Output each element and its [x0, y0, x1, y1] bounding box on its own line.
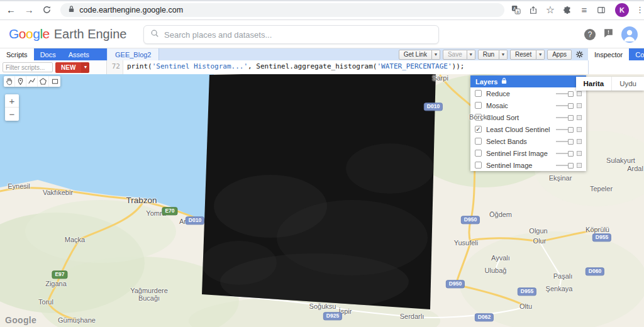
map-canvas[interactable]: + − Layers ReduceMosaicCloud Sort✓Least … [0, 74, 644, 327]
polygon-tool-icon[interactable] [38, 76, 49, 87]
search-icon [150, 29, 159, 40]
map-type-harita-button[interactable]: Harita [576, 77, 612, 91]
bookmark-star-icon[interactable]: ☆ [545, 4, 556, 16]
layer-label: Sentinel Image [486, 162, 532, 169]
search-input[interactable] [164, 30, 432, 40]
scripts-pane: NEW ▼ [0, 60, 107, 74]
tab-assets[interactable]: Assets [62, 48, 96, 60]
save-button[interactable]: Save [443, 50, 467, 60]
layer-checkbox[interactable] [475, 102, 482, 109]
inspector-panel-body [588, 60, 644, 74]
pan-hand-icon[interactable] [4, 76, 15, 87]
layer-settings-box[interactable] [577, 91, 582, 96]
address-bar[interactable]: code.earthengine.google.com [60, 3, 504, 17]
apps-button[interactable]: Apps [547, 50, 572, 60]
browser-reload-icon[interactable] [40, 3, 55, 18]
run-button[interactable]: Run [478, 50, 499, 60]
layer-opacity-slider[interactable] [556, 141, 572, 142]
layer-settings-box[interactable] [577, 163, 582, 168]
layer-checkbox[interactable] [475, 162, 482, 169]
share-icon[interactable] [528, 4, 539, 16]
layer-settings-box[interactable] [577, 115, 582, 120]
search-bar[interactable] [143, 25, 439, 44]
help-icon[interactable]: ? [584, 29, 596, 40]
layer-opacity-slider[interactable] [556, 153, 572, 154]
layer-checkbox[interactable] [475, 138, 482, 145]
layer-row: Sentinel First Image [470, 147, 586, 159]
translate-icon[interactable]: Aa [511, 4, 522, 16]
layers-panel: Layers ReduceMosaicCloud Sort✓Least Clou… [470, 75, 586, 171]
reset-button[interactable]: Reset [510, 50, 536, 60]
new-script-button[interactable]: NEW [55, 62, 81, 73]
google-logo-letter: e [43, 26, 50, 41]
browser-menu-icon[interactable]: ⋮ [636, 5, 644, 14]
layer-row: ✓Least Cloud Sentinel [470, 123, 586, 135]
reset-dropdown-icon[interactable]: ▼ [536, 50, 545, 60]
map-type-control: Harita Uydu [576, 77, 644, 91]
code-segment: 'WATER_PERCENTAGE' [377, 62, 452, 70]
layer-checkbox[interactable] [475, 90, 482, 97]
layer-checkbox[interactable] [475, 114, 482, 121]
layer-label: Cloud Sort [486, 114, 519, 121]
layer-settings-box[interactable] [577, 139, 582, 144]
left-panel-tabs: Scripts Docs Assets [0, 48, 107, 60]
script-tab[interactable]: GEE_Blog2 [108, 48, 159, 60]
layers-panel-header[interactable]: Layers [470, 75, 586, 87]
layer-label: Reduce [486, 90, 510, 97]
get-link-dropdown-icon[interactable]: ▼ [432, 50, 440, 60]
layer-opacity-slider[interactable] [556, 165, 572, 166]
google-logo-letter: o [26, 26, 33, 41]
code-segment: , Sentinel.aggregate_histogram( [248, 62, 377, 70]
lock-icon [68, 4, 75, 16]
filter-scripts-input[interactable] [3, 62, 53, 72]
code-segment: print( [127, 62, 152, 70]
layer-settings-box[interactable] [577, 151, 582, 156]
layer-row: Select Bands [470, 135, 586, 147]
geometry-toolbar [4, 76, 60, 87]
browser-action-icons: Aa ☆ ≡ K ⋮ [511, 3, 644, 17]
side-panel-icon[interactable] [596, 4, 607, 16]
zoom-in-button[interactable]: + [5, 94, 19, 108]
layer-row: Sentinel Image [470, 159, 586, 171]
layer-opacity-slider[interactable] [556, 117, 572, 118]
layer-opacity-slider[interactable] [556, 93, 572, 94]
get-link-button[interactable]: Get Link [399, 50, 432, 60]
line-number: 72 [107, 60, 123, 74]
line-tool-icon[interactable] [26, 76, 38, 87]
run-dropdown-icon[interactable]: ▼ [499, 50, 508, 60]
extensions-puzzle-icon[interactable] [562, 4, 573, 16]
layer-checkbox[interactable]: ✓ [475, 126, 482, 133]
layer-opacity-slider[interactable] [556, 105, 572, 106]
map-type-uydu-button[interactable]: Uydu [611, 77, 644, 91]
browser-back-icon[interactable]: ← [4, 3, 18, 18]
page: ← → code.earthengine.google.com Aa ☆ ≡ [0, 0, 644, 327]
layer-row: Cloud Sort [470, 111, 586, 123]
tab-inspector[interactable]: Inspector [588, 48, 629, 60]
layer-settings-box[interactable] [577, 127, 582, 132]
save-dropdown-icon[interactable]: ▼ [467, 50, 475, 60]
account-avatar[interactable] [621, 26, 638, 43]
tab-docs[interactable]: Docs [34, 48, 62, 60]
settings-gear-icon[interactable] [574, 50, 585, 60]
feedback-icon[interactable] [603, 28, 614, 41]
new-script-dropdown-icon[interactable]: ▼ [81, 62, 89, 73]
tab-console[interactable]: Console [629, 48, 644, 60]
code-editor[interactable]: 72 print('Sentinel Histogram...', Sentin… [107, 60, 588, 74]
point-marker-icon[interactable] [15, 76, 26, 87]
zoom-out-button[interactable]: − [5, 108, 19, 121]
reading-list-icon[interactable]: ≡ [579, 4, 590, 16]
browser-profile-avatar[interactable]: K [615, 3, 629, 17]
tab-scripts[interactable]: Scripts [0, 48, 34, 60]
url-text: code.earthengine.google.com [79, 6, 183, 14]
layer-settings-box[interactable] [577, 103, 582, 108]
layer-opacity-slider[interactable] [556, 129, 572, 130]
editor-toolbar-band: Scripts Docs Assets GEE_Blog2 Get Link ▼… [0, 48, 644, 60]
rectangle-tool-icon[interactable] [49, 76, 60, 87]
google-logo-letter: o [19, 26, 26, 41]
browser-forward-icon[interactable]: → [22, 3, 36, 18]
header-actions: ? [584, 20, 638, 48]
new-script-control: NEW ▼ [55, 62, 89, 73]
google-maps-watermark: Google [5, 315, 36, 325]
layer-checkbox[interactable] [475, 150, 482, 157]
layer-row: Mosaic [470, 99, 586, 111]
